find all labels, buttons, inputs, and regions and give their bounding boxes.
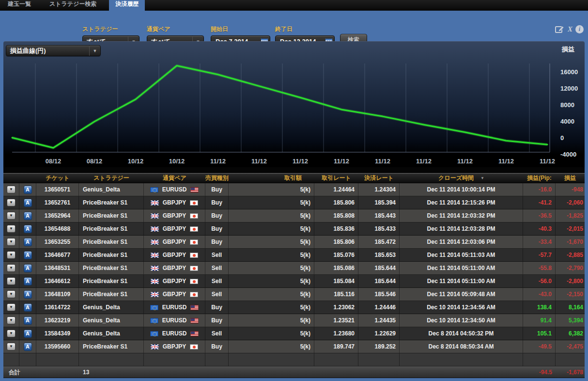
pips-cell: 105.1 [523,327,556,340]
row-expander-button[interactable]: ▼ [7,330,15,337]
column-header-amount[interactable]: 取引額 [229,174,314,183]
svg-text:11/12: 11/12 [293,158,308,165]
strategy-a-badge[interactable]: A [24,290,32,299]
close-rate-cell: 185.443 [358,209,400,222]
svg-text:11/12: 11/12 [210,158,226,165]
svg-text:08/12: 08/12 [87,158,103,165]
header-expander-column [3,174,19,183]
open-rate-cell: 185.806 [314,196,358,209]
row-expander-button[interactable]: ▼ [7,317,15,324]
expander-cell: ▼ [3,236,19,248]
column-header-strategy[interactable]: ストラテジー [79,174,144,183]
ticket-cell: 13623219 [36,314,79,327]
strategy-a-badge[interactable]: A [24,317,32,325]
row-expander-button[interactable]: ▼ [7,277,15,285]
strategy-a-badge[interactable]: A [24,186,32,194]
amount-cell: 5(k) [229,327,314,340]
row-expander-button[interactable]: ▼ [7,186,15,193]
close-time-cell: Dec 11 2014 05:11:00 AM [400,275,523,287]
column-header-orate[interactable]: 取引レート [314,174,358,183]
jp-flag-icon [190,239,198,245]
table-row: ▼A13652761PriceBreaker S1GBPJPYBuy5(k)18… [3,196,585,209]
chevron-down-icon[interactable]: ▼ [89,46,100,56]
column-header-pl[interactable]: 損益 [556,174,585,183]
row-expander-button[interactable]: ▼ [7,290,15,298]
profit-cell: -2,475 [556,340,585,353]
svg-text:0: 0 [560,134,564,142]
strategy-cell: Genius_Delta [79,327,144,340]
gb-flag-icon [151,266,159,271]
empty-row [3,353,585,366]
excel-icon[interactable]: X [568,25,573,33]
row-expander-button[interactable]: ▼ [7,212,15,220]
column-header-pips[interactable]: 損益(Pip: [523,174,556,183]
chart-type-value: 損益曲線(円) [6,47,89,55]
table-row: ▼A13614722Genius_DeltaEURUSDBuy5(k)1.230… [3,301,585,314]
strategy-cell: Genius_Delta [79,314,144,327]
column-header-crate[interactable]: 決済レート [358,174,400,183]
eu-flag-icon [150,187,158,192]
row-expander-button[interactable]: ▼ [7,264,15,272]
expander-cell: ▼ [3,262,19,274]
strategy-a-badge[interactable]: A [24,330,32,338]
tab-2[interactable]: ストラテジー検索 [45,0,101,11]
strategy-a-badge[interactable]: A [24,212,32,220]
currency-pair-cell: GBPJPY [144,262,205,274]
amount-cell: 5(k) [229,222,314,235]
pips-cell: -57.7 [523,249,556,261]
close-rate-cell: 185.394 [358,196,400,209]
tab-1[interactable]: 建玉一覧 [3,0,36,11]
strategy-a-badge[interactable]: A [24,251,32,259]
profit-cell: -2,885 [556,249,585,261]
currency-pair-cell: GBPJPY [144,275,205,287]
ticket-cell: 13654688 [36,222,79,235]
ticket-cell: 13614722 [36,301,79,314]
side-cell: Buy [205,222,229,235]
info-icon[interactable]: i [575,25,584,33]
column-header-ticket[interactable]: チケット [36,174,79,183]
tab-bar: 建玉一覧ストラテジー検索決済履歴 [0,0,588,11]
strategy-a-badge[interactable]: A [24,303,32,312]
row-expander-button[interactable]: ▼ [7,199,15,206]
side-cell: Buy [205,196,229,209]
empty-cell [36,353,79,366]
svg-text:8000: 8000 [560,101,574,109]
a-badge-cell: A [19,209,36,222]
column-header-time[interactable]: クローズ時間▼ [400,174,523,183]
gb-flag-icon [151,253,159,258]
table-row: ▼A13595660PriceBreaker S1GBPJPYBuy5(k)18… [3,340,585,353]
strategy-a-badge[interactable]: A [24,264,32,272]
side-cell: Sell [205,262,229,274]
strategy-a-badge[interactable]: A [24,238,32,246]
empty-cell [144,353,205,366]
row-expander-button[interactable]: ▼ [7,303,15,311]
side-cell: Buy [205,183,229,196]
total-row: 合計 13 -94.5 -1,678 [3,366,585,378]
pair-code: EURUSD [162,330,187,337]
ticket-cell: 13646677 [36,249,79,261]
pips-cell: -40.3 [523,222,556,235]
strategy-a-badge[interactable]: A [24,343,32,351]
open-rate-cell: 185.116 [314,288,358,301]
open-rate-cell: 185.806 [314,236,358,248]
strategy-a-badge[interactable]: A [24,225,32,233]
export-icon[interactable] [555,25,565,33]
sort-descending-icon: ▼ [480,176,484,180]
empty-cell [523,353,556,366]
tab-3[interactable]: 決済履歴 [109,0,145,11]
close-rate-cell: 185.644 [358,275,400,287]
row-expander-button[interactable]: ▼ [7,251,15,259]
gb-flag-icon [151,292,159,297]
open-rate-cell: 1.23521 [314,314,358,327]
row-expander-button[interactable]: ▼ [7,225,15,233]
row-expander-button[interactable]: ▼ [7,343,15,350]
strategy-a-badge[interactable]: A [24,199,32,207]
pair-code: EURUSD [162,317,187,324]
chart-type-dropdown[interactable]: 損益曲線(円) ▼ [6,45,101,56]
column-header-pair[interactable]: 通貨ペア [144,174,205,183]
total-profit: -1,678 [556,367,585,378]
filter-bar: ストラテジー すべて ▼ 通貨ペア すべて ▼ 開始日 Dec 7 2014 終… [0,11,588,41]
row-expander-button[interactable]: ▼ [7,238,15,246]
strategy-a-badge[interactable]: A [24,277,32,286]
column-header-side[interactable]: 売買種別 [205,174,229,183]
